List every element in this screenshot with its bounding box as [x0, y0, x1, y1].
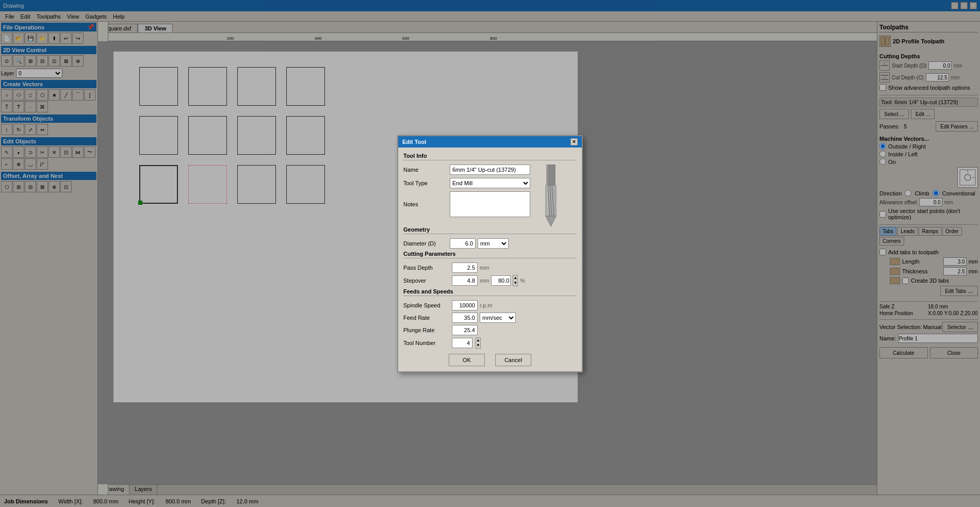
geometry-section: Geometry	[403, 226, 577, 234]
tool-type-select[interactable]: End Mill Ball Nose V-Bit	[450, 178, 530, 188]
modal-button-row: OK Cancel	[403, 354, 577, 366]
tool-number-arrows[interactable]: ▲ ▼	[476, 337, 481, 349]
tool-image	[535, 165, 571, 226]
svg-rect-11	[547, 165, 555, 185]
diameter-row: Diameter (D) mm inches	[403, 238, 577, 249]
modal-body: Tool Info Name Tool Type End Mill Ball N…	[398, 148, 582, 371]
tool-name-input[interactable]	[450, 165, 530, 175]
diameter-label: Diameter (D)	[403, 240, 450, 247]
feed-rate-row: Feed Rate mm/sec mm/min in/sec	[403, 313, 577, 323]
edit-tool-modal: Edit Tool ✕ Tool Info Name Tool Type End…	[397, 135, 583, 372]
tool-info-section: Tool Info	[403, 153, 577, 160]
plunge-rate-row: Plunge Rate	[403, 325, 577, 335]
stepover-label: Stepover	[403, 277, 450, 284]
spindle-input[interactable]	[452, 300, 478, 310]
spindle-unit: r.p.m	[480, 302, 492, 308]
tool-number-label: Tool Number	[403, 340, 450, 346]
tool-number-row: Tool Number ▲ ▼	[403, 337, 577, 349]
stepover-pct-label: %	[520, 277, 525, 284]
modal-title-bar: Edit Tool ✕	[398, 136, 582, 148]
pass-depth-row: Pass Depth mm	[403, 263, 577, 273]
modal-title: Edit Tool	[402, 139, 426, 145]
stepover-input[interactable]	[452, 275, 478, 286]
cutting-params-section: Cutting Parameters	[403, 251, 577, 258]
plunge-rate-label: Plunge Rate	[403, 327, 450, 333]
tool-type-form-row: Tool Type End Mill Ball Nose V-Bit	[403, 178, 530, 188]
modal-right	[535, 165, 577, 226]
spindle-label: Spindle Speed	[403, 302, 450, 308]
feeds-speeds-section: Feeds and Speeds	[403, 288, 577, 296]
name-form-row: Name	[403, 165, 530, 175]
notes-label: Notes	[403, 201, 450, 207]
pass-depth-label: Pass Depth	[403, 265, 450, 271]
pass-depth-unit: mm	[480, 265, 489, 271]
ok-button[interactable]: OK	[449, 354, 485, 366]
stepover-row: Stepover mm ▲ ▼ %	[403, 275, 577, 286]
plunge-rate-input[interactable]	[452, 325, 478, 335]
svg-marker-16	[546, 216, 556, 226]
pass-depth-input[interactable]	[452, 263, 478, 273]
cancel-button[interactable]: Cancel	[495, 354, 531, 366]
tool-type-label: Tool Type	[403, 180, 450, 186]
tool-name-label: Name	[403, 167, 450, 173]
notes-textarea[interactable]	[450, 191, 530, 217]
stepover-unit: mm	[480, 277, 489, 284]
modal-overlay: Edit Tool ✕ Tool Info Name Tool Type End…	[0, 0, 980, 507]
feed-rate-input[interactable]	[452, 313, 478, 323]
feed-unit-select[interactable]: mm/sec mm/min in/sec	[480, 313, 516, 323]
modal-two-col: Name Tool Type End Mill Ball Nose V-Bit …	[403, 165, 577, 226]
tool-number-input[interactable]	[452, 338, 472, 348]
notes-form-row: Notes	[403, 191, 530, 217]
modal-left: Name Tool Type End Mill Ball Nose V-Bit …	[403, 165, 530, 226]
spindle-row: Spindle Speed r.p.m	[403, 300, 577, 310]
stepover-arrows[interactable]: ▲ ▼	[513, 275, 518, 286]
diameter-unit-select[interactable]: mm inches	[478, 238, 509, 249]
feed-rate-label: Feed Rate	[403, 315, 450, 321]
diameter-input[interactable]	[450, 238, 476, 249]
stepover-pct-input[interactable]	[491, 275, 511, 286]
modal-close-button[interactable]: ✕	[570, 138, 578, 145]
